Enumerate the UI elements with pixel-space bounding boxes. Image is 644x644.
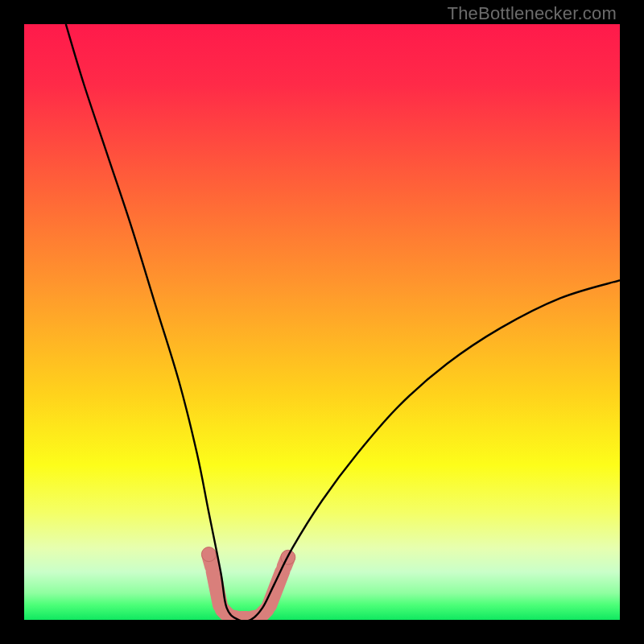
curve-layer <box>24 24 620 620</box>
watermark-text: TheBottlenecker.com <box>448 3 617 24</box>
chart-frame: TheBottlenecker.com <box>0 0 644 644</box>
plot-area <box>24 24 620 620</box>
marker-segment <box>213 572 220 605</box>
bottleneck-curve <box>66 24 620 620</box>
marker-group <box>201 547 295 619</box>
marker-endcap <box>201 547 216 562</box>
